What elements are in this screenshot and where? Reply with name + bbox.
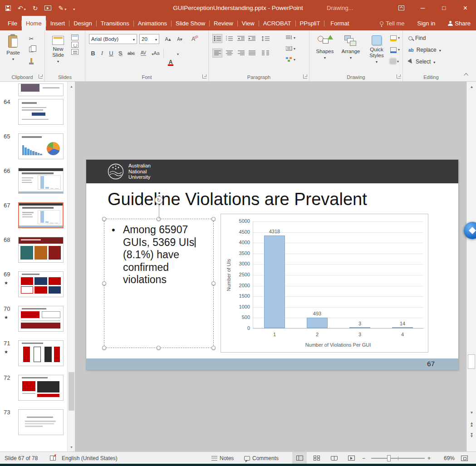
slide-thumbnail-67[interactable] (18, 202, 64, 228)
italic-button[interactable] (97, 49, 107, 58)
tell-me-button[interactable]: Tell me (380, 20, 404, 27)
align-text-button[interactable] (286, 46, 295, 51)
thumbnail-scrollbar-thumb[interactable] (69, 372, 74, 411)
paragraph-dialog-launcher[interactable] (303, 74, 307, 78)
chevron-down-icon[interactable] (133, 36, 135, 42)
cut-button[interactable]: ✂ (26, 34, 36, 43)
character-spacing-button[interactable] (138, 49, 149, 58)
reset-slide-button[interactable] (71, 42, 79, 48)
arrange-button[interactable]: Arrange (339, 32, 363, 61)
align-right-button[interactable] (236, 49, 246, 58)
slide-layout-button[interactable] (71, 34, 79, 40)
slide-title[interactable]: Guideline Violations are Prevalent (108, 190, 367, 209)
resize-handle[interactable] (157, 346, 161, 350)
rotate-handle[interactable]: ↻ (155, 196, 163, 204)
bullet-text[interactable]: Among 65907GUIs, 5369 UIs(8.1%) haveconf… (123, 224, 196, 286)
share-button[interactable]: Share (448, 20, 471, 27)
increase-indent-button[interactable] (247, 34, 257, 43)
convert-to-smartart-button[interactable] (286, 57, 295, 62)
thumbnail-scroll-down-arrow[interactable]: ▼ (68, 443, 75, 451)
slide-indicator[interactable]: Slide 67 of 78 (5, 452, 38, 464)
zoom-slider-track[interactable] (371, 458, 425, 459)
ribbon-tab-slide-show[interactable]: Slide Show (172, 16, 209, 30)
ribbon-tab-transitions[interactable]: Transitions (97, 16, 133, 30)
content-textbox[interactable]: • Among 65907GUIs, 5369 UIs(8.1%) haveco… (104, 219, 214, 348)
columns-button[interactable] (260, 49, 271, 58)
replace-button[interactable]: Replace (408, 47, 441, 53)
slide-canvas[interactable]: Australian National University Guideline… (86, 160, 458, 370)
slide-thumbnail-65[interactable] (18, 133, 64, 159)
shapes-button[interactable]: Shapes (313, 32, 337, 61)
pen-input-button[interactable]: ✎ (58, 5, 66, 11)
copy-button[interactable] (26, 45, 36, 54)
font-color-button[interactable] (166, 58, 175, 67)
clipboard-dialog-launcher[interactable] (39, 74, 43, 78)
notes-button[interactable]: Notes (211, 452, 234, 464)
zoom-slider-thumb[interactable] (387, 455, 391, 461)
slide-thumbnail-72[interactable] (18, 375, 64, 401)
chevron-down-icon[interactable] (24, 5, 26, 11)
ribbon-tab-format[interactable]: Format (326, 16, 353, 30)
maximize-button[interactable]: □ (433, 0, 455, 16)
text-shadow-button[interactable] (115, 49, 125, 58)
minimize-button[interactable]: ─ (412, 0, 433, 16)
bullet-paragraph[interactable]: • Among 65907GUIs, 5369 UIs(8.1%) haveco… (112, 224, 211, 286)
previous-slide-button[interactable]: ▲▲ (467, 420, 476, 428)
shape-effects-button[interactable] (390, 59, 399, 64)
increase-font-size-button[interactable] (162, 34, 173, 44)
align-center-button[interactable] (224, 49, 234, 58)
ribbon-tab-animations[interactable]: Animations (134, 16, 171, 30)
font-name-combo[interactable]: Arial (Body) (89, 34, 137, 44)
slide-thumbnail-73[interactable] (18, 409, 64, 435)
save-button[interactable] (5, 5, 11, 11)
ribbon-tab-file[interactable]: File (4, 16, 21, 30)
ribbon-tab-insert[interactable]: Insert (46, 16, 69, 30)
sign-in-button[interactable]: Sign in (417, 20, 436, 27)
strikethrough-button[interactable] (125, 49, 137, 58)
format-painter-button[interactable] (26, 56, 36, 65)
section-button[interactable] (71, 49, 79, 55)
ribbon-tab-acrobat[interactable]: ACROBAT (259, 16, 295, 30)
thumbnail-scrollbar[interactable]: ▲ ▼ (67, 82, 75, 451)
slide-thumbnail-70[interactable] (18, 306, 64, 332)
zoom-level[interactable]: 69% (437, 452, 455, 464)
next-slide-button[interactable]: ▼▼ (467, 431, 476, 439)
ribbon-tab-view[interactable]: View (238, 16, 259, 30)
reading-view-button[interactable] (327, 452, 341, 464)
start-from-beginning-button[interactable] (44, 5, 51, 10)
bold-button[interactable] (88, 49, 98, 58)
resize-handle[interactable] (102, 217, 106, 221)
thumbnail-scroll-up-arrow[interactable]: ▲ (68, 83, 75, 90)
align-left-button[interactable] (212, 49, 222, 58)
normal-view-button[interactable] (292, 452, 307, 464)
slide-thumbnail-71[interactable] (18, 340, 64, 366)
find-button[interactable]: Find (408, 35, 426, 41)
shape-fill-button[interactable] (390, 35, 400, 40)
language-status-button[interactable]: English (United States) (62, 452, 118, 464)
font-dialog-launcher[interactable] (202, 74, 206, 78)
customize-qat-button[interactable] (73, 5, 75, 11)
scrollbar-thumb[interactable] (468, 354, 475, 369)
slide-thumbnail-68[interactable] (18, 237, 64, 263)
scroll-up-arrow[interactable]: ▲ (467, 83, 476, 91)
resize-handle[interactable] (102, 281, 106, 285)
justify-button[interactable] (247, 49, 257, 58)
fit-to-window-button[interactable] (461, 452, 468, 464)
comments-button[interactable]: Comments (244, 452, 279, 464)
shape-outline-button[interactable] (390, 47, 400, 52)
text-direction-button[interactable] (286, 35, 295, 40)
resize-handle[interactable] (211, 281, 216, 285)
collapse-ribbon-button[interactable] (462, 71, 471, 78)
ribbon-tab-ppsplit[interactable]: PPspliT (296, 16, 324, 30)
select-button[interactable]: Select (408, 59, 435, 65)
ribbon-display-options-button[interactable] (391, 0, 412, 16)
ribbon-tab-design[interactable]: Design (69, 16, 96, 30)
slide-show-view-button[interactable] (344, 452, 358, 464)
ribbon-tab-review[interactable]: Review (210, 16, 237, 30)
resize-handle[interactable] (102, 346, 106, 350)
resize-handle[interactable] (211, 346, 216, 350)
redo-button[interactable]: ↻ (33, 5, 38, 11)
line-spacing-button[interactable] (260, 34, 271, 43)
slide-thumbnail-64[interactable] (18, 99, 64, 125)
ribbon-tab-home[interactable]: Home (22, 16, 46, 30)
